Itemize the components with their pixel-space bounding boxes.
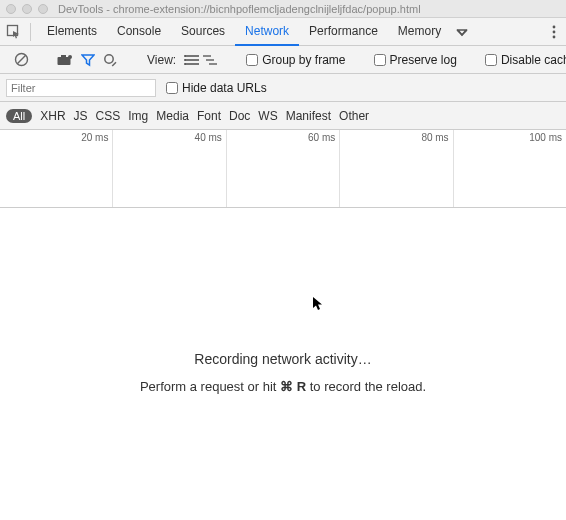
hide-data-urls-input[interactable]: [166, 82, 178, 94]
svg-line-10: [112, 62, 116, 66]
tab-network[interactable]: Network: [235, 18, 299, 46]
cursor-icon: [312, 296, 324, 312]
svg-point-15: [184, 59, 186, 61]
devtools-menu-icon[interactable]: [546, 25, 562, 39]
hide-data-urls-label: Hide data URLs: [182, 81, 267, 95]
group-by-frame-label: Group by frame: [262, 53, 345, 67]
type-filter-bar: All XHR JS CSS Img Media Font Doc WS Man…: [0, 102, 566, 130]
svg-rect-19: [209, 63, 217, 65]
timeline-col: 60 ms: [227, 130, 340, 207]
window-title: DevTools - chrome-extension://bicnhpofle…: [58, 3, 421, 15]
tab-console[interactable]: Console: [107, 18, 171, 45]
tab-sources[interactable]: Sources: [171, 18, 235, 45]
hint-message: Perform a request or hit ⌘ R to record t…: [0, 379, 566, 394]
type-js[interactable]: JS: [74, 109, 88, 123]
type-media[interactable]: Media: [156, 109, 189, 123]
network-toolbar: View: Group by frame Preserve log Disabl…: [0, 46, 566, 74]
timeline-tick: 20 ms: [81, 132, 108, 143]
search-icon[interactable]: [103, 52, 117, 68]
tabs-overflow-icon[interactable]: [455, 25, 469, 39]
svg-point-8: [68, 55, 72, 59]
type-other[interactable]: Other: [339, 109, 369, 123]
devtools-tabbar: Elements Console Sources Network Perform…: [0, 18, 566, 46]
hint-prefix: Perform a request or hit: [140, 379, 280, 394]
filter-input[interactable]: [6, 79, 156, 97]
disable-cache-input[interactable]: [485, 54, 497, 66]
timeline-tick: 80 ms: [421, 132, 448, 143]
timeline-col: 20 ms: [0, 130, 113, 207]
capture-screenshots-icon[interactable]: [57, 52, 73, 68]
svg-rect-7: [61, 55, 66, 58]
timeline-tick: 100 ms: [529, 132, 562, 143]
svg-point-9: [105, 54, 113, 62]
timeline-tick: 60 ms: [308, 132, 335, 143]
svg-rect-17: [203, 55, 211, 57]
timeline-col: 40 ms: [113, 130, 226, 207]
network-body: Recording network activity… Perform a re…: [0, 208, 566, 520]
type-doc[interactable]: Doc: [229, 109, 250, 123]
svg-point-16: [184, 63, 186, 65]
inspect-element-icon[interactable]: [4, 22, 24, 42]
clear-icon[interactable]: [14, 52, 29, 68]
tab-performance[interactable]: Performance: [299, 18, 388, 45]
type-img[interactable]: Img: [128, 109, 148, 123]
type-xhr[interactable]: XHR: [40, 109, 65, 123]
svg-rect-18: [206, 59, 214, 61]
view-list-icon[interactable]: [184, 52, 200, 68]
group-by-frame-checkbox[interactable]: Group by frame: [246, 53, 345, 67]
separator: [30, 23, 31, 41]
type-css[interactable]: CSS: [96, 109, 121, 123]
traffic-lights: [6, 4, 48, 14]
preserve-log-input[interactable]: [374, 54, 386, 66]
type-all[interactable]: All: [6, 109, 32, 123]
recording-message: Recording network activity…: [0, 351, 566, 367]
panel-tabs: Elements Console Sources Network Perform…: [37, 18, 451, 45]
view-mode-group: [184, 52, 218, 68]
hide-data-urls-checkbox[interactable]: Hide data URLs: [166, 81, 267, 95]
svg-point-2: [553, 30, 556, 33]
window-titlebar: DevTools - chrome-extension://bicnhpofle…: [0, 0, 566, 18]
zoom-window-icon[interactable]: [38, 4, 48, 14]
tab-elements[interactable]: Elements: [37, 18, 107, 45]
hint-key: R: [297, 379, 306, 394]
type-font[interactable]: Font: [197, 109, 221, 123]
svg-point-1: [553, 25, 556, 28]
filter-bar: Hide data URLs: [0, 74, 566, 102]
timeline-col: 100 ms: [454, 130, 566, 207]
preserve-log-label: Preserve log: [390, 53, 457, 67]
preserve-log-checkbox[interactable]: Preserve log: [374, 53, 457, 67]
timeline-tick: 40 ms: [195, 132, 222, 143]
disable-cache-checkbox[interactable]: Disable cache: [485, 53, 566, 67]
view-label: View:: [147, 53, 176, 67]
type-manifest[interactable]: Manifest: [286, 109, 331, 123]
close-window-icon[interactable]: [6, 4, 16, 14]
timeline-overview[interactable]: 20 ms 40 ms 60 ms 80 ms 100 ms: [0, 130, 566, 208]
disable-cache-label: Disable cache: [501, 53, 566, 67]
hint-suffix: to record the reload.: [306, 379, 426, 394]
timeline-col: 80 ms: [340, 130, 453, 207]
type-ws[interactable]: WS: [258, 109, 277, 123]
svg-point-3: [553, 35, 556, 38]
view-waterfall-icon[interactable]: [202, 52, 218, 68]
svg-line-5: [17, 55, 25, 63]
tab-memory[interactable]: Memory: [388, 18, 451, 45]
svg-point-14: [184, 55, 186, 57]
filter-icon[interactable]: [81, 52, 95, 68]
group-by-frame-input[interactable]: [246, 54, 258, 66]
minimize-window-icon[interactable]: [22, 4, 32, 14]
hint-key-mod: ⌘: [280, 379, 293, 394]
